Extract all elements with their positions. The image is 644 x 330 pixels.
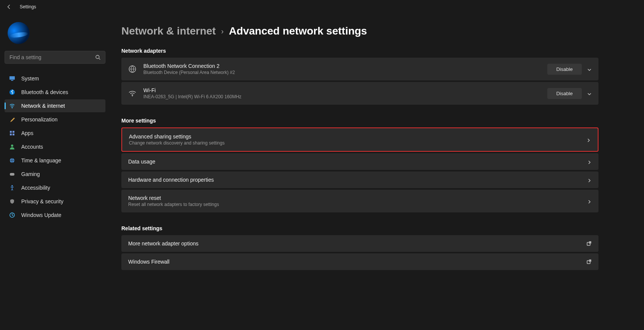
chevron-right-icon bbox=[587, 159, 592, 164]
gamepad-icon bbox=[9, 171, 15, 177]
setting-data-usage[interactable]: Data usage bbox=[121, 153, 598, 170]
search-box[interactable] bbox=[5, 51, 105, 64]
shield-icon bbox=[9, 198, 15, 204]
sidebar-item-label: Privacy & security bbox=[21, 198, 63, 204]
section-header-related: Related settings bbox=[121, 225, 598, 231]
sidebar-item-label: Accounts bbox=[21, 144, 43, 150]
sidebar-item-personalization[interactable]: Personalization bbox=[5, 113, 105, 126]
sidebar-item-apps[interactable]: Apps bbox=[5, 127, 105, 140]
adapter-subtitle: INEA-0263_5G | Intel(R) Wi-Fi 6 AX200 16… bbox=[143, 94, 547, 99]
sidebar-item-label: Gaming bbox=[21, 171, 40, 177]
chevron-right-icon bbox=[587, 178, 592, 182]
svg-rect-9 bbox=[13, 134, 14, 135]
sidebar-item-label: System bbox=[21, 75, 39, 82]
setting-subtitle: Change network discovery and sharing set… bbox=[129, 140, 586, 146]
back-button[interactable] bbox=[5, 2, 14, 11]
sidebar-item-privacy[interactable]: Privacy & security bbox=[5, 195, 105, 208]
svg-rect-8 bbox=[10, 134, 12, 135]
person-icon bbox=[9, 144, 15, 150]
chevron-right-icon: › bbox=[221, 27, 224, 36]
sidebar-item-accounts[interactable]: Accounts bbox=[5, 140, 105, 153]
adapter-bluetooth[interactable]: Bluetooth Network Connection 2 Bluetooth… bbox=[121, 58, 598, 80]
breadcrumb-parent[interactable]: Network & internet bbox=[121, 25, 216, 37]
setting-title: Data usage bbox=[128, 159, 587, 165]
monitor-icon bbox=[9, 75, 15, 82]
content-pane: Network & internet › Advanced network se… bbox=[110, 14, 644, 330]
chevron-down-icon[interactable] bbox=[587, 67, 592, 71]
wifi-icon bbox=[128, 89, 137, 97]
sidebar-item-label: Bluetooth & devices bbox=[21, 89, 68, 95]
external-link-icon bbox=[586, 241, 592, 246]
adapter-title: Bluetooth Network Connection 2 bbox=[143, 63, 547, 69]
breadcrumb: Network & internet › Advanced network se… bbox=[121, 25, 598, 37]
disable-button[interactable]: Disable bbox=[547, 88, 582, 99]
brush-icon bbox=[9, 116, 15, 123]
sidebar-item-label: Time & language bbox=[21, 157, 61, 163]
sidebar-item-gaming[interactable]: Gaming bbox=[5, 168, 105, 181]
sidebar-item-network[interactable]: Network & internet bbox=[5, 99, 105, 112]
external-link-icon bbox=[586, 259, 592, 264]
svg-point-13 bbox=[11, 185, 13, 187]
related-adapter-options[interactable]: More network adapter options bbox=[121, 235, 598, 252]
sidebar-item-accessibility[interactable]: Accessibility bbox=[5, 181, 105, 194]
search-icon bbox=[95, 55, 101, 60]
setting-title: More network adapter options bbox=[128, 240, 586, 247]
adapter-title: Wi-Fi bbox=[143, 87, 547, 93]
svg-rect-3 bbox=[11, 80, 13, 81]
sidebar-item-system[interactable]: System bbox=[5, 72, 105, 85]
svg-point-5 bbox=[12, 108, 13, 108]
svg-rect-12 bbox=[10, 173, 14, 176]
chevron-right-icon bbox=[587, 199, 592, 203]
sidebar-item-bluetooth[interactable]: Bluetooth & devices bbox=[5, 86, 105, 99]
bluetooth-network-icon bbox=[128, 65, 137, 73]
section-header-adapters: Network adapters bbox=[121, 48, 598, 54]
adapter-subtitle: Bluetooth Device (Personal Area Network)… bbox=[143, 70, 547, 75]
svg-rect-2 bbox=[9, 76, 15, 80]
breadcrumb-current: Advanced network settings bbox=[229, 25, 367, 37]
chevron-down-icon[interactable] bbox=[587, 91, 592, 96]
wifi-icon bbox=[9, 103, 15, 109]
globe-icon bbox=[9, 157, 15, 163]
update-icon bbox=[9, 212, 15, 218]
sidebar-item-time[interactable]: Time & language bbox=[5, 154, 105, 167]
user-avatar[interactable] bbox=[8, 22, 30, 44]
setting-title: Hardware and connection properties bbox=[128, 177, 587, 183]
bluetooth-icon bbox=[9, 89, 15, 95]
search-input[interactable] bbox=[9, 54, 95, 60]
sidebar-item-label: Accessibility bbox=[21, 185, 50, 191]
apps-icon bbox=[9, 130, 15, 136]
sidebar-item-label: Personalization bbox=[21, 116, 58, 123]
setting-title: Advanced sharing settings bbox=[129, 134, 586, 140]
section-header-more: More settings bbox=[121, 118, 598, 124]
svg-point-15 bbox=[132, 95, 133, 96]
setting-hardware-properties[interactable]: Hardware and connection properties bbox=[121, 171, 598, 188]
related-firewall[interactable]: Windows Firewall bbox=[121, 253, 598, 270]
setting-title: Windows Firewall bbox=[128, 259, 586, 265]
adapter-wifi[interactable]: Wi-Fi INEA-0263_5G | Intel(R) Wi-Fi 6 AX… bbox=[121, 82, 598, 105]
accessibility-icon bbox=[9, 185, 15, 191]
svg-point-10 bbox=[11, 145, 13, 147]
svg-point-0 bbox=[96, 55, 99, 59]
sidebar-item-label: Apps bbox=[21, 130, 33, 136]
sidebar-item-update[interactable]: Windows Update bbox=[5, 209, 105, 222]
disable-button[interactable]: Disable bbox=[547, 64, 582, 75]
sidebar: System Bluetooth & devices Network & int… bbox=[0, 14, 110, 330]
svg-line-1 bbox=[99, 58, 101, 60]
app-title: Settings bbox=[20, 4, 36, 9]
setting-network-reset[interactable]: Network reset Reset all network adapters… bbox=[121, 190, 598, 212]
sidebar-item-label: Windows Update bbox=[21, 212, 61, 218]
svg-rect-7 bbox=[13, 131, 14, 133]
chevron-right-icon bbox=[586, 137, 591, 142]
svg-rect-6 bbox=[10, 131, 12, 133]
setting-title: Network reset bbox=[128, 195, 587, 201]
setting-subtitle: Reset all network adapters to factory se… bbox=[128, 202, 587, 207]
sidebar-item-label: Network & internet bbox=[21, 103, 65, 109]
setting-advanced-sharing[interactable]: Advanced sharing settings Change network… bbox=[121, 127, 598, 152]
